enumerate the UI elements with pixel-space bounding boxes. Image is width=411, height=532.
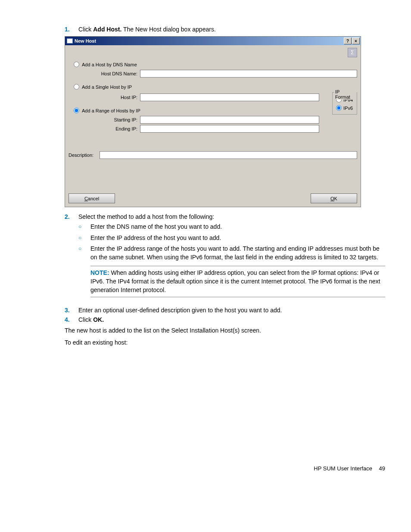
radio-add-range-ip[interactable] [74, 108, 79, 113]
ip-format-legend: IP Format [334, 89, 357, 100]
description-label: Description: [68, 152, 100, 158]
note-box: NOTE: When adding hosts using either IP … [90, 266, 385, 297]
step2-sub2: Enter the IP address of the host you wan… [90, 234, 385, 243]
page-footer: HP SUM User Interface 49 [314, 465, 385, 472]
step3-text: Enter an optional user-defined descripti… [78, 307, 385, 314]
paragraph-result: The new host is added to the list on the… [65, 327, 385, 335]
step3-number: 3. [65, 307, 78, 314]
cancel-button[interactable]: Cancel [68, 193, 115, 203]
new-host-dialog: New Host ? × Σ Add a Host by DNS Name Ho… [65, 36, 361, 207]
radio-ipv6[interactable] [336, 105, 342, 111]
starting-ip-input[interactable] [140, 116, 319, 124]
step1-text: Click Add Host. The New Host dialog box … [78, 26, 385, 33]
dialog-titlebar: New Host ? × [65, 37, 361, 45]
host-ip-input[interactable] [140, 93, 319, 101]
step4-number: 4. [65, 316, 78, 323]
bullet-icon: ○ [78, 234, 90, 243]
radio-ipv6-label: IPv6 [343, 106, 353, 111]
help-button[interactable]: ? [344, 37, 352, 44]
ending-ip-input[interactable] [140, 125, 319, 133]
radio-add-by-dns[interactable] [74, 62, 79, 67]
note-text: When adding hosts using either IP addres… [90, 269, 380, 293]
host-ip-label: Host IP: [86, 95, 140, 100]
starting-ip-label: Starting IP: [86, 117, 140, 122]
step4-text: Click OK. [78, 316, 385, 323]
step2-sub1: Enter the DNS name of the host you want … [90, 223, 385, 231]
radio-add-by-dns-label: Add a Host by DNS Name [82, 62, 137, 67]
footer-section: HP SUM User Interface [314, 465, 372, 472]
radio-add-range-ip-label: Add a Range of Hosts by IP [82, 108, 140, 113]
dialog-icon [67, 38, 73, 44]
sigma-button[interactable]: Σ [348, 48, 357, 57]
ip-format-group: IP Format IPv4 IPv6 [332, 92, 357, 115]
radio-add-single-ip[interactable] [74, 84, 79, 90]
ok-button[interactable]: OK [311, 193, 357, 203]
host-dns-name-label: Host DNS Name: [86, 71, 140, 76]
bullet-icon: ○ [78, 245, 90, 302]
step2-sub3: Enter the IP address range of the hosts … [90, 245, 380, 261]
step1-number: 1. [65, 26, 78, 33]
radio-add-single-ip-label: Add a Single Host by IP [82, 84, 132, 90]
dialog-title: New Host [75, 38, 344, 44]
step2-text: Select the method to add a host from the… [78, 213, 214, 220]
footer-page-number: 49 [379, 465, 385, 472]
ending-ip-label: Ending IP: [86, 126, 140, 131]
step2-number: 2. [65, 213, 78, 304]
note-label: NOTE: [90, 269, 109, 276]
bullet-icon: ○ [78, 223, 90, 231]
paragraph-edit-intro: To edit an existing host: [65, 339, 385, 347]
description-input[interactable] [100, 151, 357, 159]
host-dns-name-input[interactable] [140, 70, 357, 78]
close-button[interactable]: × [352, 37, 360, 44]
